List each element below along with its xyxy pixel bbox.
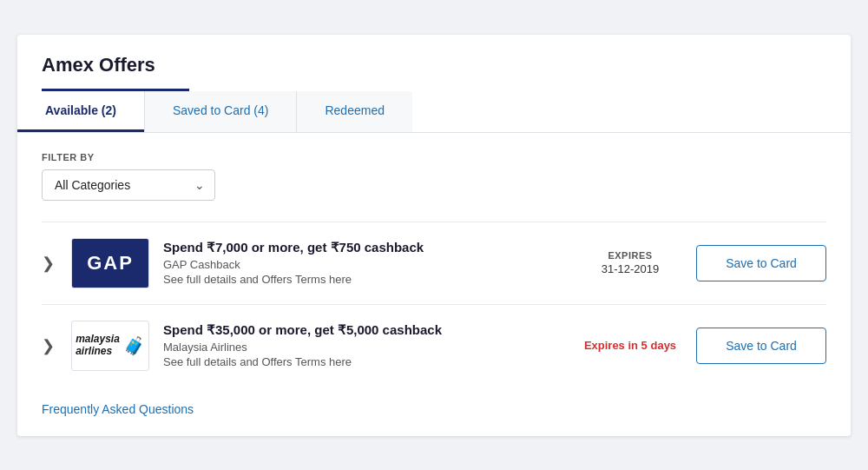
tabs-container: Available (2) Saved to Card (4) Redeemed xyxy=(17,91,851,133)
offer-details-malaysia: Spend ₹35,000 or more, get ₹5,000 cashba… xyxy=(163,322,564,368)
offer-details-gap: Spend ₹7,000 or more, get ₹750 cashback … xyxy=(163,240,564,286)
gap-logo-text: GAP xyxy=(72,239,148,288)
offer-subtitle-gap: GAP Cashback xyxy=(163,258,564,271)
malaysia-wing-icon: 🧳 xyxy=(123,335,145,356)
offer-expand-chevron-malaysia[interactable]: ❯ xyxy=(42,336,57,355)
save-to-card-button-malaysia[interactable]: Save to Card xyxy=(696,328,826,364)
faq-link[interactable]: Frequently Asked Questions xyxy=(42,402,194,416)
filter-wrapper: All Categories Dining Shopping Travel En… xyxy=(42,169,215,201)
offer-row-malaysia: ❯ malaysiaairlines 🧳 Spend ₹35,000 or mo… xyxy=(42,304,826,387)
page-title: Amex Offers xyxy=(17,35,851,89)
offer-logo-malaysia: malaysiaairlines 🧳 xyxy=(71,321,149,371)
offer-expiry-gap: EXPIRES 31-12-2019 xyxy=(578,250,682,275)
save-to-card-button-gap[interactable]: Save to Card xyxy=(696,245,826,281)
filter-label: FILTER BY xyxy=(42,152,826,162)
category-filter-select[interactable]: All Categories Dining Shopping Travel En… xyxy=(42,169,215,201)
content-area: FILTER BY All Categories Dining Shopping… xyxy=(17,133,851,436)
expires-urgent-malaysia: Expires in 5 days xyxy=(578,339,682,352)
offer-expand-chevron-gap[interactable]: ❯ xyxy=(42,254,57,273)
tab-redeemed[interactable]: Redeemed xyxy=(297,91,412,132)
offer-terms-malaysia: See full details and Offers Terms here xyxy=(163,355,564,368)
offer-expiry-malaysia: Expires in 5 days xyxy=(578,339,682,352)
offer-logo-gap: GAP xyxy=(71,238,149,288)
tab-available[interactable]: Available (2) xyxy=(17,91,144,132)
expires-date-gap: 31-12-2019 xyxy=(578,262,682,275)
malaysia-logo-text: malaysiaairlines xyxy=(76,334,120,356)
malaysia-logo-container: malaysiaairlines 🧳 xyxy=(71,328,149,361)
offer-title-gap: Spend ₹7,000 or more, get ₹750 cashback xyxy=(163,240,564,255)
offer-row-gap: ❯ GAP Spend ₹7,000 or more, get ₹750 cas… xyxy=(42,222,826,304)
tab-saved[interactable]: Saved to Card (4) xyxy=(145,91,297,132)
offer-terms-gap: See full details and Offers Terms here xyxy=(163,273,564,286)
expires-label-gap: EXPIRES xyxy=(578,250,682,261)
offer-title-malaysia: Spend ₹35,000 or more, get ₹5,000 cashba… xyxy=(163,322,564,338)
offers-list: ❯ GAP Spend ₹7,000 or more, get ₹750 cas… xyxy=(42,222,826,387)
amex-offers-card: Amex Offers Available (2) Saved to Card … xyxy=(17,35,851,436)
offer-subtitle-malaysia: Malaysia Airlines xyxy=(163,341,564,354)
